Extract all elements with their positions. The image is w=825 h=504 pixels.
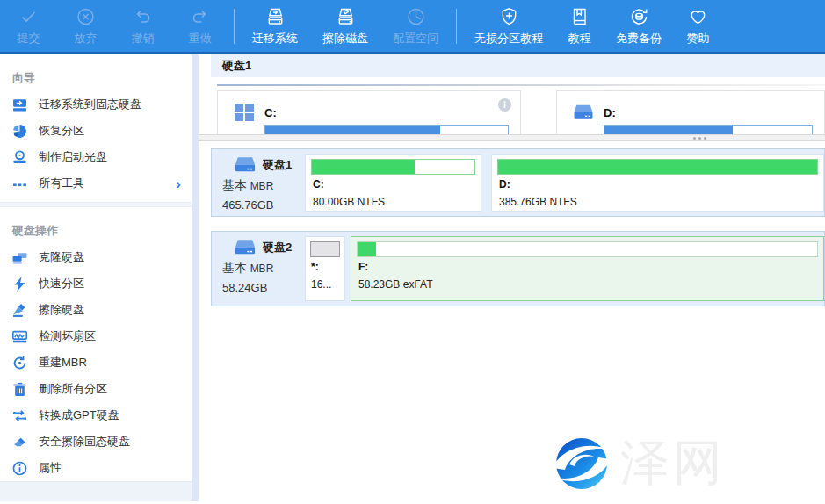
- disk-row-2[interactable]: 硬盘2 基本 MBR 58.24GB *: 16... F: 58.23GB e…: [211, 231, 825, 306]
- partition-f-selected[interactable]: F: 58.23GB exFAT: [351, 236, 824, 301]
- tutorial-icon: [568, 6, 591, 27]
- disk-tab[interactable]: 硬盘1: [211, 54, 825, 77]
- all-tools-icon: [12, 176, 27, 191]
- splitter-dots-icon: [693, 137, 706, 140]
- partition-label: D:: [499, 178, 816, 191]
- disk-meta: 硬盘2 基本 MBR 58.24GB: [212, 232, 305, 306]
- free-backup-label: 免费备份: [616, 31, 662, 47]
- redo-icon: [188, 6, 212, 27]
- volume-card-c[interactable]: C:: [217, 90, 521, 134]
- migrate-os-button[interactable]: 迁移系统: [240, 0, 310, 52]
- migrate-ssd-icon: [12, 97, 27, 112]
- allocate-space-button: 配置空间: [380, 0, 451, 52]
- commit-label: 提交: [18, 31, 40, 47]
- volume-letter: C:: [264, 106, 277, 119]
- sidebar-item-bootable-cd[interactable]: 制作启动光盘: [0, 144, 192, 170]
- discard-button: 放弃: [57, 0, 114, 52]
- watermark-logo-icon: [550, 433, 613, 494]
- secure-erase-icon: [12, 435, 27, 450]
- allocate-space-label: 配置空间: [393, 31, 438, 47]
- disk-icon: [234, 156, 257, 174]
- disk-row-1[interactable]: 硬盘1 基本 MBR 465.76GB C: 80.00GB NTFS D: 3…: [211, 148, 825, 217]
- sidebar-item-label: 迁移系统到固态硬盘: [39, 97, 141, 112]
- partition-label: F:: [358, 261, 816, 273]
- info-icon[interactable]: [498, 98, 511, 112]
- toolbar-separator: [456, 9, 457, 44]
- windows-logo-icon: [234, 103, 255, 122]
- sidebar-item-recover-partition[interactable]: 恢复分区: [0, 118, 192, 144]
- sidebar-item-label: 恢复分区: [39, 123, 84, 139]
- sidebar-item-quick-partition[interactable]: 快速分区: [0, 270, 192, 297]
- sidebar-section-disk-operations: 硬盘操作: [0, 214, 192, 244]
- migrate-os-label: 迁移系统: [252, 31, 298, 47]
- sidebar-item-label: 所有工具: [39, 176, 84, 191]
- sidebar-item-label: 制作启动光盘: [39, 149, 107, 165]
- donate-label: 赞助: [687, 31, 710, 47]
- donate-heart-icon: [686, 6, 710, 27]
- sidebar-item-label: 快速分区: [39, 276, 84, 292]
- disk-name: 硬盘2: [263, 240, 292, 256]
- sidebar-item-rebuild-mbr[interactable]: 重建MBR: [0, 349, 192, 376]
- wipe-disk-label: 擦除磁盘: [322, 31, 368, 47]
- properties-info-icon: [12, 461, 27, 476]
- partition-usage-bar: [357, 241, 818, 257]
- clone-disk-icon: [12, 250, 27, 265]
- sidebar-item-label: 属性: [39, 460, 62, 476]
- partition-info: 58.23GB exFAT: [358, 278, 816, 291]
- free-backup-button[interactable]: 免费备份: [604, 0, 674, 52]
- sidebar-item-migrate-ssd[interactable]: 迁移系统到固态硬盘: [0, 91, 192, 118]
- delete-partitions-icon: [12, 382, 27, 397]
- partition-c[interactable]: C: 80.00GB NTFS: [305, 154, 481, 212]
- tutorial-button[interactable]: 教程: [555, 0, 604, 52]
- rebuild-mbr-icon: [12, 356, 27, 371]
- wipe-disk-icon: [334, 6, 358, 27]
- quick-partition-icon: [12, 277, 27, 292]
- donate-button[interactable]: 赞助: [674, 0, 722, 52]
- commit-button: 提交: [0, 0, 57, 52]
- disk-list: 硬盘1 基本 MBR 465.76GB C: 80.00GB NTFS D: 3…: [211, 148, 825, 306]
- partition-label: *:: [311, 261, 337, 273]
- undo-icon: [131, 6, 155, 27]
- partition-info: 385.76GB NTFS: [499, 196, 816, 208]
- sidebar-item-all-tools[interactable]: 所有工具 ›: [0, 170, 192, 197]
- sidebar-item-label: 重建MBR: [39, 355, 87, 371]
- tutorial-label: 教程: [568, 31, 591, 47]
- sidebar-item-wipe-hdd[interactable]: 擦除硬盘: [0, 297, 192, 323]
- undo-label: 撤销: [132, 31, 155, 47]
- toolbar: 提交 放弃 撤销 重做 迁移系统 擦除磁盘 配置空间 无损分区教程 教程 免费备…: [0, 0, 825, 54]
- watermark-text: 泽网: [620, 430, 726, 497]
- sidebar-item-properties[interactable]: 属性: [0, 455, 192, 481]
- sidebar-item-delete-partitions[interactable]: 删除所有分区: [0, 376, 192, 402]
- sidebar-item-bad-sectors[interactable]: 检测坏扇区: [0, 323, 192, 349]
- partition-tutorial-button[interactable]: 无损分区教程: [462, 0, 555, 52]
- commit-check-icon: [17, 6, 40, 27]
- disk-scheme: MBR: [250, 180, 274, 192]
- watermark: 泽网: [550, 430, 726, 497]
- disk-scheme: MBR: [250, 263, 274, 275]
- sidebar-item-label: 删除所有分区: [39, 381, 107, 397]
- volume-card-d[interactable]: D:: [556, 90, 825, 134]
- partition-info: 80.00GB NTFS: [313, 196, 474, 208]
- sidebar-main-divider: [192, 54, 199, 501]
- free-backup-icon: [627, 6, 651, 27]
- partition-unformatted[interactable]: *: 16...: [305, 236, 345, 301]
- volume-letter: D:: [604, 106, 616, 119]
- sidebar-filler: [0, 481, 192, 501]
- undo-button: 撤销: [114, 0, 171, 52]
- splitter-handle[interactable]: [199, 134, 825, 141]
- redo-button: 重做: [171, 0, 228, 52]
- disk-size: 465.76GB: [212, 198, 305, 212]
- sidebar-item-clone-disk[interactable]: 克隆硬盘: [0, 244, 192, 270]
- sidebar-item-secure-erase[interactable]: 安全擦除固态硬盘: [0, 428, 192, 455]
- disk-icon: [234, 239, 257, 256]
- bad-sector-icon: [12, 329, 27, 344]
- partition-usage-bar: [311, 159, 475, 175]
- partition-d[interactable]: D: 385.76GB NTFS: [491, 154, 824, 212]
- wipe-disk-button[interactable]: 擦除磁盘: [310, 0, 380, 52]
- sidebar-item-convert-gpt[interactable]: 转换成GPT硬盘: [0, 402, 192, 428]
- chevron-right-icon: ›: [176, 176, 181, 191]
- toolbar-separator: [234, 9, 235, 44]
- sidebar-item-label: 转换成GPT硬盘: [39, 407, 119, 423]
- recover-partition-icon: [12, 124, 27, 139]
- disk-type: 基本: [222, 178, 247, 192]
